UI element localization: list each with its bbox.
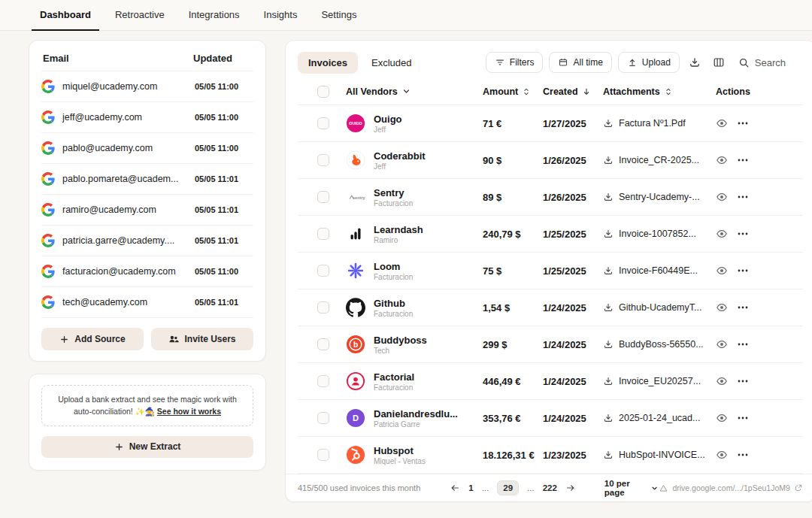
- invoice-row[interactable]: D Danielandresdlu...Patricia Garre 353,7…: [298, 400, 803, 437]
- row-checkbox[interactable]: [317, 154, 329, 166]
- attachment-filename: Invoice-F60449E...: [619, 265, 698, 276]
- invoice-row[interactable]: HubspotMiquel - Ventas 18.126,31 € 1/23/…: [298, 437, 803, 474]
- row-checkbox[interactable]: [317, 265, 329, 277]
- row-menu-icon[interactable]: [737, 154, 749, 166]
- view-eye-icon[interactable]: [716, 228, 728, 240]
- attachment-link[interactable]: Invoice-F60449E...: [603, 265, 716, 276]
- row-menu-icon[interactable]: [737, 301, 749, 314]
- invoice-row[interactable]: LearndashRamiro 240,79 $ 1/25/2025 Invoi…: [298, 216, 803, 253]
- email-source-row[interactable]: patricia.garre@ucademy.... 05/05 11:01: [41, 226, 253, 256]
- row-checkbox[interactable]: [317, 117, 329, 129]
- all-time-button[interactable]: All time: [549, 52, 611, 73]
- row-menu-icon[interactable]: [737, 338, 749, 350]
- view-eye-icon[interactable]: [716, 117, 728, 129]
- per-page-selector[interactable]: 10 per page: [604, 479, 659, 497]
- invite-users-button[interactable]: Invite Users: [151, 328, 253, 350]
- view-eye-icon[interactable]: [716, 301, 728, 314]
- row-menu-icon[interactable]: [737, 449, 749, 461]
- row-checkbox[interactable]: [317, 375, 329, 387]
- invoice-amount: 1,54 $: [483, 302, 543, 314]
- updated-time: 05/05 11:00: [195, 113, 253, 122]
- row-menu-icon[interactable]: [737, 228, 749, 240]
- row-checkbox[interactable]: [317, 301, 329, 314]
- attachment-filename: Invoice_EU20257...: [619, 376, 701, 386]
- nav-tab-integrations[interactable]: Integrations: [180, 0, 248, 31]
- nav-tab-insights[interactable]: Insights: [256, 0, 306, 31]
- google-g-icon: [41, 80, 55, 93]
- attachment-link[interactable]: Invoice_CR-2025...: [603, 155, 716, 165]
- invoice-row[interactable]: b BuddybossTech 299 $ 1/24/2025 BuddyBos…: [298, 326, 803, 363]
- amount-column-header[interactable]: Amount: [483, 86, 543, 97]
- invoices-table-header: All Vendors Amount Created Attachments A…: [298, 78, 803, 105]
- email-source-row[interactable]: miquel@ucademy.com 05/05 11:00: [41, 71, 253, 102]
- attachment-link[interactable]: Invoice_EU20257...: [603, 376, 716, 386]
- hubspot-logo-icon: [346, 445, 365, 465]
- email-source-row[interactable]: pablo@ucademy.com 05/05 11:00: [41, 133, 253, 164]
- attachment-link[interactable]: Sentry-Ucademy-...: [603, 192, 716, 202]
- new-extract-button[interactable]: New Extract: [41, 436, 253, 458]
- chevron-down-icon: [401, 86, 411, 96]
- attachment-link[interactable]: Github-UcademyT...: [603, 302, 716, 313]
- drive-icon: [659, 483, 668, 493]
- vendor-column-header[interactable]: All Vendors: [346, 86, 483, 97]
- current-page[interactable]: 29: [497, 480, 519, 495]
- view-eye-icon[interactable]: [716, 375, 728, 387]
- tab-excluded[interactable]: Excluded: [371, 57, 411, 68]
- row-menu-icon[interactable]: [737, 412, 749, 424]
- page-number[interactable]: 1: [468, 483, 473, 492]
- email-source-row[interactable]: tech@ucademy.com 05/05 11:01: [41, 287, 253, 318]
- view-eye-icon[interactable]: [716, 265, 728, 277]
- invoice-row[interactable]: OUIGO OuigoJeff 71 € 1/27/2025 Factura N…: [298, 105, 803, 142]
- attachment-link[interactable]: Invoice-1007852...: [603, 229, 716, 239]
- invoice-row[interactable]: GithubFacturacion 1,54 $ 1/24/2025 Githu…: [298, 289, 803, 326]
- row-menu-icon[interactable]: [737, 191, 749, 203]
- email-source-row[interactable]: pablo.pomareta@ucadem... 05/05 11:01: [41, 164, 253, 195]
- add-source-label: Add Source: [74, 334, 125, 344]
- view-eye-icon[interactable]: [716, 154, 728, 166]
- download-button[interactable]: [686, 53, 704, 71]
- attachments-column-header[interactable]: Attachments: [603, 86, 716, 97]
- row-menu-icon[interactable]: [737, 265, 749, 277]
- select-all-checkbox[interactable]: [317, 86, 329, 98]
- row-checkbox[interactable]: [317, 228, 329, 240]
- attachment-link[interactable]: 2025-01-24_ucad...: [603, 413, 716, 423]
- row-menu-icon[interactable]: [737, 117, 749, 129]
- columns-button[interactable]: [710, 53, 728, 71]
- row-checkbox[interactable]: [317, 449, 329, 461]
- nav-tab-retroactive[interactable]: Retroactive: [107, 0, 173, 31]
- view-eye-icon[interactable]: [716, 338, 728, 350]
- nav-tab-dashboard[interactable]: Dashboard: [32, 0, 99, 31]
- filters-button[interactable]: Filters: [486, 52, 544, 73]
- chevron-down-icon: [650, 483, 659, 493]
- nav-tab-settings[interactable]: Settings: [313, 0, 365, 31]
- invoice-row[interactable]: LoomFacturacion 75 $ 1/25/2025 Invoice-F…: [298, 253, 803, 289]
- drive-link[interactable]: drive.google.com/.../1pSeu1JoM9: [659, 483, 802, 493]
- next-page-button[interactable]: [565, 483, 576, 493]
- attachment-link[interactable]: Factura Nº1.Pdf: [603, 118, 716, 129]
- invoice-row[interactable]: FactorialFacturacion 446,49 € 1/24/2025 …: [298, 363, 803, 400]
- row-checkbox[interactable]: [317, 338, 329, 350]
- attachment-link[interactable]: BuddyBoss-56550...: [603, 339, 716, 350]
- attachment-link[interactable]: HubSpot-INVOICE...: [603, 450, 716, 460]
- view-eye-icon[interactable]: [716, 449, 728, 461]
- email-source-row[interactable]: ramiro@ucademy.com 05/05 11:01: [41, 195, 253, 226]
- search-input[interactable]: [755, 57, 803, 68]
- see-how-it-works-link[interactable]: See how it works: [157, 407, 221, 416]
- invoice-row[interactable]: CoderabbitJeff 90 $ 1/26/2025 Invoice_CR…: [298, 142, 803, 179]
- vendor-subtitle: Miquel - Ventas: [374, 457, 426, 465]
- email-source-row[interactable]: facturacion@ucademy.com 05/05 11:00: [41, 256, 253, 287]
- row-menu-icon[interactable]: [737, 375, 749, 387]
- email-source-row[interactable]: jeff@ucademy.com 05/05 11:00: [41, 102, 253, 133]
- tab-invoices[interactable]: Invoices: [298, 52, 358, 74]
- add-source-button[interactable]: Add Source: [41, 328, 144, 350]
- row-checkbox[interactable]: [317, 412, 329, 424]
- page-number[interactable]: 222: [543, 483, 557, 492]
- upload-button[interactable]: Upload: [618, 52, 680, 73]
- view-eye-icon[interactable]: [716, 191, 728, 203]
- view-eye-icon[interactable]: [716, 412, 728, 424]
- search-box[interactable]: [738, 57, 803, 68]
- created-column-header[interactable]: Created: [543, 86, 603, 97]
- prev-page-button[interactable]: [450, 483, 460, 493]
- invoice-row[interactable]: sentry SentryFacturacion 89 $ 1/26/2025 …: [298, 179, 803, 216]
- row-checkbox[interactable]: [317, 191, 329, 203]
